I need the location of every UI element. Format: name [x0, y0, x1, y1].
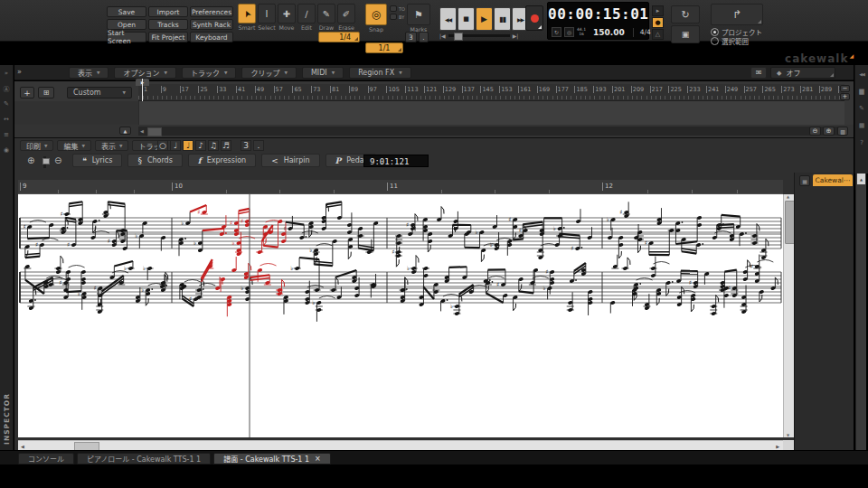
scroll-right-icon[interactable]: ▶: [776, 444, 779, 449]
media-browser-icon[interactable]: ▆: [856, 86, 868, 97]
duration-button-2[interactable]: ♩: [183, 140, 193, 151]
score-vscrollbar[interactable]: ▲ ▼: [783, 194, 794, 437]
marks-button[interactable]: ⚑: [407, 4, 430, 25]
staff-zoom-in-icon[interactable]: ⊕: [27, 155, 34, 165]
track-hscrollbar[interactable]: ◀: [138, 127, 844, 136]
play-button[interactable]: ▶: [476, 7, 493, 31]
staff-track-tab[interactable]: Cakewal⋯: [813, 174, 853, 186]
go-to-start-button[interactable]: |◀: [439, 33, 446, 39]
menu-item-2[interactable]: トラック▼: [182, 67, 236, 79]
loop-button[interactable]: ↻: [671, 5, 700, 23]
duration-button-4[interactable]: ♫: [208, 140, 219, 151]
staff-zoom-slider-thumb[interactable]: [42, 158, 50, 164]
menu-item-3[interactable]: クリップ▼: [241, 67, 296, 79]
track-preset-dropdown[interactable]: Custom ▼: [67, 87, 132, 99]
audiosnap-icon[interactable]: Ⓐ: [1, 83, 13, 94]
staff-zoom-slider[interactable]: [43, 156, 46, 168]
snap-button[interactable]: ◎: [365, 4, 387, 25]
export-button[interactable]: ↱: [711, 4, 763, 25]
staff-menu-2[interactable]: 表示▼: [95, 140, 128, 151]
plugin-icon[interactable]: ✎: [856, 103, 868, 114]
export-option-project[interactable]: プロジェクト: [711, 28, 762, 36]
menu-collapse-icon[interactable]: »: [17, 68, 22, 76]
magnify-out-button[interactable]: ⊖: [809, 127, 821, 136]
score-area[interactable]: ♯♯♭♯♯♯♯♯♭♯♯♭♭♯♯♯♯♭♭♭♭♯♭♯♯♯♭♭♭♭♯♯♭♯♯♯♯♭♭♯…: [18, 194, 783, 437]
expression-button[interactable]: fExpression: [188, 154, 256, 167]
erase-tool-button[interactable]: ✐: [337, 4, 355, 23]
mail-button[interactable]: ✉: [750, 67, 767, 79]
help-icon[interactable]: ?: [856, 137, 868, 148]
move-tool-button[interactable]: ✚: [278, 4, 296, 23]
grid-button-1[interactable]: Import: [148, 6, 188, 17]
position-slider-thumb[interactable]: [454, 33, 463, 41]
dotted-note-button[interactable]: .: [253, 140, 264, 151]
grid-button-4[interactable]: Tracks: [148, 19, 188, 30]
zoom-in-button[interactable]: +: [840, 93, 850, 100]
timeline-ruler[interactable]: 1917253341495765738189971051131211291371…: [138, 84, 844, 101]
staff-menu-0[interactable]: 印刷▼: [20, 140, 53, 151]
list-icon[interactable]: ≡: [1, 129, 13, 140]
collapse-icon[interactable]: ◀◀: [856, 69, 868, 80]
clips-area[interactable]: [138, 101, 844, 125]
time-display[interactable]: 00:00:15:01 ↻ ◎ 44.1 16 150.00 4/4: [547, 2, 649, 40]
position-readout[interactable]: 9:01:121: [363, 155, 429, 167]
export-option-selection[interactable]: 選択範囲: [711, 37, 762, 45]
punch-button[interactable]: ▣: [671, 25, 700, 43]
inspector-label[interactable]: INSPECTOR: [3, 393, 11, 445]
record-button[interactable]: [525, 5, 543, 31]
staff-zoom-out-icon[interactable]: ⊖: [54, 155, 61, 165]
magnify-in-button[interactable]: ⊕: [823, 127, 835, 136]
hairpin-button[interactable]: <Hairpin: [261, 154, 319, 167]
add-track-button[interactable]: +: [20, 87, 34, 99]
automation-dropdown[interactable]: ◆ オフ: [770, 67, 835, 79]
tempo-value[interactable]: 150.00: [593, 28, 625, 37]
duration-button-3[interactable]: ♪: [195, 140, 206, 151]
scroll-down-icon[interactable]: ▼: [787, 433, 789, 437]
go-to-end-button[interactable]: ▶|: [513, 33, 519, 39]
grid-button-8[interactable]: Keyboard: [190, 32, 233, 42]
collapse-tracks-button[interactable]: ▲: [119, 127, 131, 135]
menu-item-0[interactable]: 表示▼: [69, 67, 108, 79]
grid-button-7[interactable]: Fit Project: [148, 32, 188, 42]
smart-tool-button[interactable]: ➤: [238, 4, 256, 23]
select-tool-button[interactable]: I: [258, 4, 276, 23]
pane-scroll-up-button[interactable]: ▲: [857, 174, 865, 184]
bottom-tab-1[interactable]: ピアノロール - Cakewalk TTS-1 1: [77, 453, 211, 465]
snap-dot-button[interactable]: .: [419, 32, 429, 42]
staff-measure-ruler[interactable]: 9101112: [18, 180, 783, 194]
snap-by-toggle[interactable]: [390, 14, 397, 20]
draw-resolution-dropdown[interactable]: 1/4: [318, 32, 360, 42]
scroll-left-icon[interactable]: ◀: [140, 128, 144, 134]
staff-track-pane-icon[interactable]: ▦: [799, 175, 810, 186]
pause-button[interactable]: ▮▮: [494, 7, 511, 31]
notes-icon[interactable]: ▦: [856, 120, 868, 131]
pen-icon[interactable]: ✎: [1, 99, 13, 109]
bottom-tab-0[interactable]: コンソール: [18, 453, 74, 465]
snap-resolution-dropdown[interactable]: 1/1: [365, 42, 403, 53]
stop-button[interactable]: ■: [458, 7, 475, 31]
lyrics-button[interactable]: ❝Lyrics: [72, 154, 122, 167]
track-hscroll-thumb[interactable]: [147, 127, 162, 136]
grid-button-2[interactable]: Preferences: [190, 6, 233, 17]
bottom-tab-2[interactable]: 譜面 - Cakewalk TTS-1 1×: [213, 453, 331, 465]
meter-value[interactable]: 4/4: [640, 28, 651, 36]
position-slider[interactable]: [448, 34, 510, 37]
grid-button-0[interactable]: Save: [107, 6, 146, 17]
play-mini-button[interactable]: ▸: [652, 5, 664, 16]
chords-button[interactable]: §Chords: [127, 154, 182, 167]
triplet-button[interactable]: 3: [241, 140, 251, 151]
track-layout-button[interactable]: ⊞: [38, 87, 54, 99]
duration-button-1[interactable]: ♩: [170, 140, 181, 151]
menu-item-4[interactable]: MIDI▼: [302, 67, 344, 79]
scroll-up-icon[interactable]: ▲: [787, 194, 789, 199]
scroll-left-icon[interactable]: ◀: [21, 444, 24, 449]
edit-tool-button[interactable]: ∕: [297, 4, 316, 23]
snap-triplet-button[interactable]: 3: [405, 32, 417, 42]
staff-menu-1[interactable]: 編集▼: [57, 140, 90, 151]
grid-button-5[interactable]: Synth Rack: [190, 19, 233, 30]
metronome-mini-button[interactable]: △: [652, 29, 664, 40]
help-circle-icon[interactable]: ◉: [1, 145, 13, 155]
draw-tool-button[interactable]: ✎: [317, 4, 335, 23]
snap-to-toggle[interactable]: [390, 5, 397, 12]
duration-button-5[interactable]: ♬: [221, 140, 231, 151]
